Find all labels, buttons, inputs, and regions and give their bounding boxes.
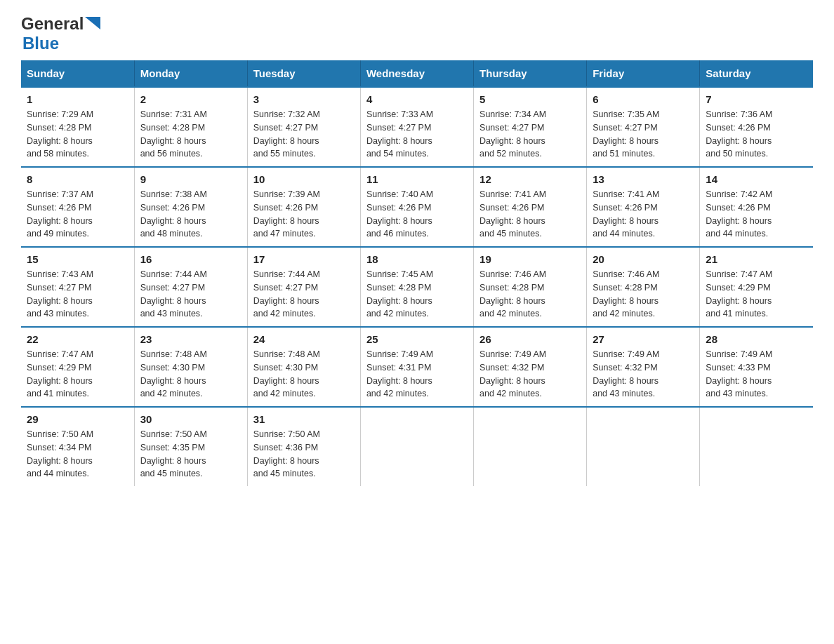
- day-number: 25: [366, 333, 468, 345]
- calendar-cell: [474, 407, 587, 486]
- calendar-cell: 26Sunrise: 7:49 AMSunset: 4:32 PMDayligh…: [474, 327, 587, 407]
- day-info: Sunrise: 7:46 AMSunset: 4:28 PMDaylight:…: [593, 268, 694, 321]
- day-info: Sunrise: 7:49 AMSunset: 4:33 PMDaylight:…: [706, 348, 807, 401]
- day-info: Sunrise: 7:48 AMSunset: 4:30 PMDaylight:…: [253, 348, 355, 401]
- header-day-saturday: Saturday: [700, 60, 813, 87]
- calendar-cell: 6Sunrise: 7:35 AMSunset: 4:27 PMDaylight…: [587, 87, 700, 167]
- day-info: Sunrise: 7:47 AMSunset: 4:29 PMDaylight:…: [706, 268, 807, 321]
- day-info: Sunrise: 7:36 AMSunset: 4:26 PMDaylight:…: [706, 108, 807, 161]
- day-number: 1: [27, 93, 128, 105]
- calendar-cell: 19Sunrise: 7:46 AMSunset: 4:28 PMDayligh…: [474, 247, 587, 327]
- logo-blue-text: Blue: [22, 34, 59, 53]
- calendar-week-row: 22Sunrise: 7:47 AMSunset: 4:29 PMDayligh…: [21, 327, 813, 407]
- day-number: 3: [253, 93, 355, 105]
- header-day-monday: Monday: [134, 60, 247, 87]
- day-number: 4: [366, 93, 468, 105]
- page-header: General Blue: [21, 14, 813, 53]
- day-number: 12: [479, 173, 581, 185]
- day-info: Sunrise: 7:29 AMSunset: 4:28 PMDaylight:…: [27, 108, 128, 161]
- logo-general-text: General: [21, 14, 84, 34]
- day-number: 9: [140, 173, 241, 185]
- day-info: Sunrise: 7:35 AMSunset: 4:27 PMDaylight:…: [593, 108, 694, 161]
- calendar-cell: 27Sunrise: 7:49 AMSunset: 4:32 PMDayligh…: [587, 327, 700, 407]
- day-info: Sunrise: 7:44 AMSunset: 4:27 PMDaylight:…: [253, 268, 355, 321]
- calendar-cell: 25Sunrise: 7:49 AMSunset: 4:31 PMDayligh…: [360, 327, 473, 407]
- calendar-cell: 9Sunrise: 7:38 AMSunset: 4:26 PMDaylight…: [134, 167, 247, 247]
- day-info: Sunrise: 7:48 AMSunset: 4:30 PMDaylight:…: [140, 348, 241, 401]
- calendar-cell: 17Sunrise: 7:44 AMSunset: 4:27 PMDayligh…: [247, 247, 360, 327]
- calendar-cell: 13Sunrise: 7:41 AMSunset: 4:26 PMDayligh…: [587, 167, 700, 247]
- day-number: 18: [366, 253, 468, 265]
- calendar-cell: 22Sunrise: 7:47 AMSunset: 4:29 PMDayligh…: [21, 327, 134, 407]
- header-day-friday: Friday: [587, 60, 700, 87]
- day-number: 23: [140, 333, 241, 345]
- day-info: Sunrise: 7:39 AMSunset: 4:26 PMDaylight:…: [253, 188, 355, 241]
- day-info: Sunrise: 7:50 AMSunset: 4:36 PMDaylight:…: [253, 428, 355, 481]
- calendar-cell: 24Sunrise: 7:48 AMSunset: 4:30 PMDayligh…: [247, 327, 360, 407]
- day-info: Sunrise: 7:32 AMSunset: 4:27 PMDaylight:…: [253, 108, 355, 161]
- calendar-cell: 21Sunrise: 7:47 AMSunset: 4:29 PMDayligh…: [700, 247, 813, 327]
- calendar-cell: 3Sunrise: 7:32 AMSunset: 4:27 PMDaylight…: [247, 87, 360, 167]
- day-number: 7: [706, 93, 807, 105]
- day-number: 19: [479, 253, 581, 265]
- calendar-cell: 28Sunrise: 7:49 AMSunset: 4:33 PMDayligh…: [700, 327, 813, 407]
- calendar-header-row: SundayMondayTuesdayWednesdayThursdayFrid…: [21, 60, 813, 87]
- day-number: 5: [479, 93, 581, 105]
- day-number: 21: [706, 253, 807, 265]
- day-number: 22: [27, 333, 128, 345]
- day-number: 10: [253, 173, 355, 185]
- day-number: 30: [140, 413, 241, 425]
- day-info: Sunrise: 7:42 AMSunset: 4:26 PMDaylight:…: [706, 188, 807, 241]
- day-info: Sunrise: 7:41 AMSunset: 4:26 PMDaylight:…: [479, 188, 581, 241]
- day-number: 14: [706, 173, 807, 185]
- calendar-cell: 11Sunrise: 7:40 AMSunset: 4:26 PMDayligh…: [360, 167, 473, 247]
- day-number: 20: [593, 253, 694, 265]
- calendar-table: SundayMondayTuesdayWednesdayThursdayFrid…: [21, 60, 813, 486]
- calendar-cell: 16Sunrise: 7:44 AMSunset: 4:27 PMDayligh…: [134, 247, 247, 327]
- day-number: 29: [27, 413, 128, 425]
- calendar-cell: 10Sunrise: 7:39 AMSunset: 4:26 PMDayligh…: [247, 167, 360, 247]
- day-info: Sunrise: 7:40 AMSunset: 4:26 PMDaylight:…: [366, 188, 468, 241]
- day-number: 8: [27, 173, 128, 185]
- day-info: Sunrise: 7:49 AMSunset: 4:32 PMDaylight:…: [479, 348, 581, 401]
- header-day-wednesday: Wednesday: [360, 60, 473, 87]
- calendar-cell: 23Sunrise: 7:48 AMSunset: 4:30 PMDayligh…: [134, 327, 247, 407]
- calendar-cell: 14Sunrise: 7:42 AMSunset: 4:26 PMDayligh…: [700, 167, 813, 247]
- day-info: Sunrise: 7:37 AMSunset: 4:26 PMDaylight:…: [27, 188, 128, 241]
- header-day-thursday: Thursday: [474, 60, 587, 87]
- calendar-week-row: 15Sunrise: 7:43 AMSunset: 4:27 PMDayligh…: [21, 247, 813, 327]
- calendar-cell: 4Sunrise: 7:33 AMSunset: 4:27 PMDaylight…: [360, 87, 473, 167]
- calendar-week-row: 29Sunrise: 7:50 AMSunset: 4:34 PMDayligh…: [21, 407, 813, 486]
- calendar-cell: 31Sunrise: 7:50 AMSunset: 4:36 PMDayligh…: [247, 407, 360, 486]
- day-info: Sunrise: 7:49 AMSunset: 4:31 PMDaylight:…: [366, 348, 468, 401]
- day-info: Sunrise: 7:49 AMSunset: 4:32 PMDaylight:…: [593, 348, 694, 401]
- day-number: 16: [140, 253, 241, 265]
- header-day-sunday: Sunday: [21, 60, 134, 87]
- calendar-cell: 29Sunrise: 7:50 AMSunset: 4:34 PMDayligh…: [21, 407, 134, 486]
- calendar-cell: 5Sunrise: 7:34 AMSunset: 4:27 PMDaylight…: [474, 87, 587, 167]
- calendar-cell: 2Sunrise: 7:31 AMSunset: 4:28 PMDaylight…: [134, 87, 247, 167]
- calendar-cell: 18Sunrise: 7:45 AMSunset: 4:28 PMDayligh…: [360, 247, 473, 327]
- day-info: Sunrise: 7:38 AMSunset: 4:26 PMDaylight:…: [140, 188, 241, 241]
- day-number: 24: [253, 333, 355, 345]
- day-info: Sunrise: 7:43 AMSunset: 4:27 PMDaylight:…: [27, 268, 128, 321]
- day-number: 27: [593, 333, 694, 345]
- calendar-week-row: 8Sunrise: 7:37 AMSunset: 4:26 PMDaylight…: [21, 167, 813, 247]
- logo-triangle-icon: [85, 17, 100, 32]
- calendar-cell: 1Sunrise: 7:29 AMSunset: 4:28 PMDaylight…: [21, 87, 134, 167]
- day-info: Sunrise: 7:34 AMSunset: 4:27 PMDaylight:…: [479, 108, 581, 161]
- day-number: 31: [253, 413, 355, 425]
- day-info: Sunrise: 7:46 AMSunset: 4:28 PMDaylight:…: [479, 268, 581, 321]
- day-number: 6: [593, 93, 694, 105]
- calendar-cell: [587, 407, 700, 486]
- day-info: Sunrise: 7:50 AMSunset: 4:34 PMDaylight:…: [27, 428, 128, 481]
- day-number: 11: [366, 173, 468, 185]
- calendar-cell: 30Sunrise: 7:50 AMSunset: 4:35 PMDayligh…: [134, 407, 247, 486]
- day-number: 15: [27, 253, 128, 265]
- calendar-week-row: 1Sunrise: 7:29 AMSunset: 4:28 PMDaylight…: [21, 87, 813, 167]
- day-info: Sunrise: 7:33 AMSunset: 4:27 PMDaylight:…: [366, 108, 468, 161]
- day-number: 13: [593, 173, 694, 185]
- logo: General Blue: [21, 14, 100, 53]
- header-day-tuesday: Tuesday: [247, 60, 360, 87]
- calendar-cell: 12Sunrise: 7:41 AMSunset: 4:26 PMDayligh…: [474, 167, 587, 247]
